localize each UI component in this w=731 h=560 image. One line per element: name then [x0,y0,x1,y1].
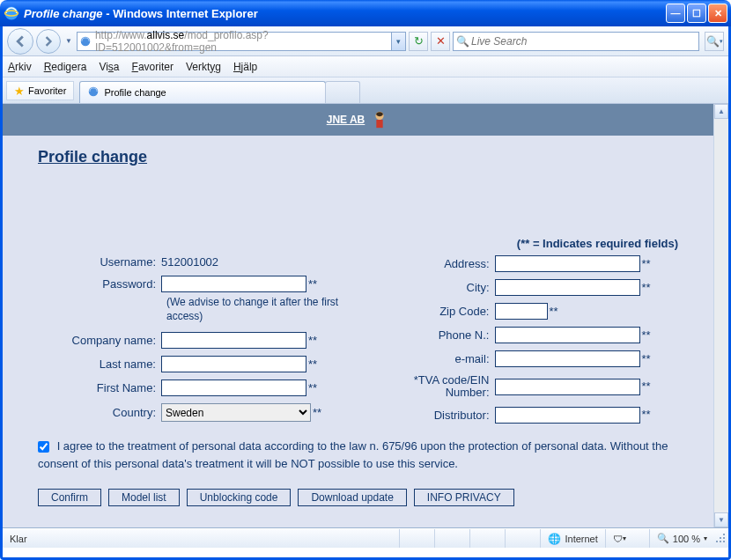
email-field[interactable] [495,350,640,367]
content-viewport: JNE AB Profile change (** = Indicates re… [3,104,728,528]
navigation-toolbar: ▼ http://www.allvis.se/mod_profilo.asp?I… [3,26,728,56]
search-icon: 🔍 [454,35,471,48]
country-select[interactable]: Sweden [161,403,311,422]
city-field[interactable] [495,279,640,296]
svg-rect-11 [723,541,725,542]
svg-rect-5 [377,120,383,128]
scroll-up-button[interactable]: ▲ [714,104,728,119]
page-icon [78,35,93,48]
download-update-button[interactable]: Download update [298,489,406,506]
nav-history-dropdown[interactable]: ▼ [63,37,74,45]
favorites-label: Favoriter [28,85,66,96]
consent-checkbox[interactable] [38,441,49,453]
label-password: Password: [38,277,161,291]
favorites-button[interactable]: ★ Favoriter [6,81,74,100]
menu-favoriter[interactable]: Favoriter [132,61,174,73]
menu-verktyg[interactable]: Verktyg [186,61,221,73]
label-city: City: [372,281,495,294]
security-zone[interactable]: 🌐 Internet [540,529,604,548]
label-firstname: First Name: [38,381,161,394]
window-minimize-button[interactable]: — [666,4,685,23]
label-distributor: Distributor: [372,409,495,422]
page-content: JNE AB Profile change (** = Indicates re… [3,104,713,527]
address-field[interactable] [495,255,640,272]
star-icon: ★ [14,85,25,98]
scroll-down-button[interactable]: ▼ [714,512,728,527]
url-input[interactable]: http://www.allvis.se/mod_profilo.asp?ID=… [93,29,391,54]
label-tva: *TVA code/EIN Number: [372,374,495,400]
window-title: Profile change - Windows Internet Explor… [24,7,666,20]
firstname-field[interactable] [161,379,306,396]
label-email: e-mail: [372,352,495,365]
label-lastname: Last name: [38,357,161,371]
window-maximize-button[interactable]: ☐ [687,4,706,23]
window-close-button[interactable]: ✕ [708,4,727,23]
unblocking-code-button[interactable]: Unblocking code [187,489,292,506]
consent-text: I agree to the treatment of personal dat… [38,439,668,470]
svg-rect-6 [723,534,725,535]
label-phone: Phone N.: [372,328,495,342]
value-username: 512001002 [161,255,218,269]
status-bar: Klar 🌐 Internet 🛡 ▾ 🔍 100 % ▾ [3,528,728,548]
phone-field[interactable] [495,327,640,343]
menu-visa[interactable]: Visa [99,61,119,73]
status-ready: Klar [3,529,55,548]
svg-point-2 [81,36,91,46]
label-username: Username: [38,255,161,269]
menu-bar: Arkiv Redigera Visa Favoriter Verktyg Hj… [3,56,728,77]
svg-rect-9 [716,541,718,542]
required-note: (** = Indicates required fields) [38,237,678,250]
company-field[interactable] [161,332,306,349]
new-tab-button[interactable] [325,81,360,103]
tab-title: Profile change [104,87,166,98]
forward-button[interactable] [36,29,61,54]
label-company: Company name: [38,334,161,347]
search-bar[interactable]: 🔍 [453,32,699,51]
page-banner: JNE AB [3,104,713,136]
refresh-button[interactable]: ↻ [409,32,428,51]
zoom-icon: 🔍 [657,533,669,544]
shield-icon: 🛡 [613,534,623,544]
distributor-field[interactable] [495,407,640,424]
menu-redigera[interactable]: Redigera [44,61,87,73]
model-list-button[interactable]: Model list [108,489,180,506]
vertical-scrollbar[interactable]: ▲ ▼ [713,104,728,527]
page-title: Profile change [38,148,678,166]
label-country: Country: [38,406,161,419]
search-input[interactable] [471,35,698,48]
label-address: Address: [372,257,495,270]
consent-block: I agree to the treatment of personal dat… [38,438,678,473]
confirm-button[interactable]: Confirm [38,489,101,506]
ie-tab-icon [87,85,100,99]
brand-logo-icon [370,110,389,129]
stop-button[interactable]: ✕ [431,32,450,51]
window-titlebar: Profile change - Windows Internet Explor… [0,0,731,26]
back-button[interactable] [7,28,33,55]
lastname-field[interactable] [161,356,306,372]
info-privacy-button[interactable]: INFO PRIVACY [414,489,514,506]
zip-field[interactable] [495,303,548,320]
globe-icon: 🌐 [548,533,561,545]
resize-grip[interactable] [714,532,728,546]
brand-name: JNE AB [327,114,366,126]
tabs-bar: ★ Favoriter Profile change [3,77,728,104]
label-zip: Zip Code: [372,305,495,318]
password-field[interactable] [161,276,306,292]
ie-icon [4,5,19,21]
zoom-control[interactable]: 🔍 100 % ▾ [649,529,714,548]
password-hint: (We advise to change it after the first … [166,296,345,323]
search-go-button[interactable]: 🔍▾ [705,32,724,51]
address-bar[interactable]: http://www.allvis.se/mod_profilo.asp?ID=… [77,32,406,51]
svg-rect-8 [723,537,725,539]
svg-point-3 [89,87,99,97]
protected-mode-cell[interactable]: 🛡 ▾ [605,529,649,548]
tab-active[interactable]: Profile change [79,81,326,103]
address-dropdown[interactable]: ▾ [391,33,405,50]
menu-arkiv[interactable]: Arkiv [8,61,32,73]
svg-rect-10 [720,541,721,542]
svg-rect-7 [720,537,721,539]
menu-hjalp[interactable]: Hjälp [233,61,257,73]
tva-field[interactable] [495,379,640,395]
